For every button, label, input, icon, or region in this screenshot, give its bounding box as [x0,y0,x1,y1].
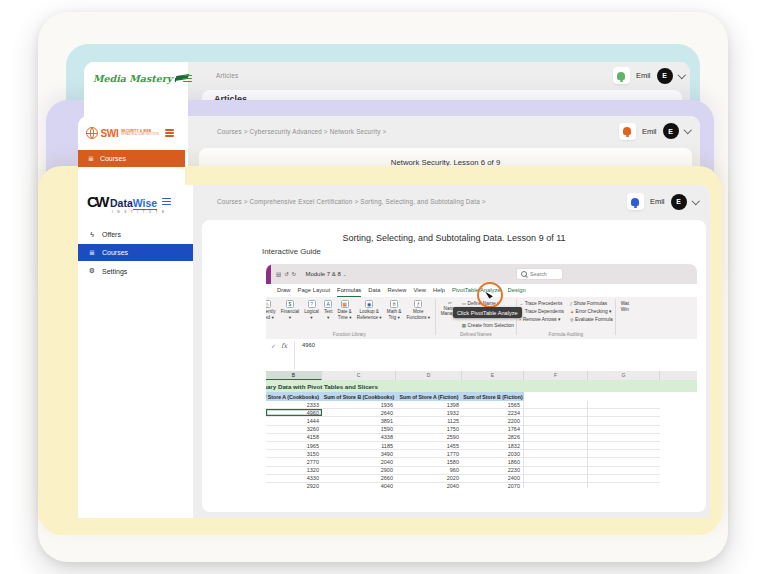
table-cell-empty[interactable] [524,401,588,409]
table-cell[interactable]: 1860 [462,458,524,466]
table-cell[interactable]: 1185 [322,442,396,450]
table-cell[interactable]: 1590 [322,426,396,434]
table-cell[interactable]: 1832 [462,442,524,450]
undo-icon[interactable]: ↺ [284,271,289,277]
table-cell[interactable]: 4158 [266,434,322,442]
table-cell[interactable]: 3490 [322,450,396,458]
table-cell[interactable]: 1580 [396,458,462,466]
table-cell[interactable]: 2640 [322,409,396,417]
table-cell[interactable]: 1398 [396,401,462,409]
ribbon-item-trace-precedents[interactable]: →Trace Precedents [519,301,564,306]
ribbon-item-show-formulas[interactable]: ƒShow Formulas [570,301,613,306]
tab-page-layout[interactable]: Page Layout [298,284,331,297]
menu-icon[interactable] [165,132,174,134]
table-cell[interactable]: 4330 [266,475,322,483]
excel-screenshot[interactable]: ▤ ↺ ↻ Module 7 & 8 ⌄ Search DrawPage [266,264,697,488]
table-cell[interactable]: 2590 [396,434,462,442]
column-header-d[interactable]: D [396,371,462,380]
table-cell-empty[interactable] [588,483,660,488]
ribbon-item-more-functions[interactable]: ƒMoreFunctions ▾ [404,300,433,320]
table-cell-empty[interactable] [524,417,588,425]
table-cell-empty[interactable] [524,458,588,466]
table-cell[interactable]: 2660 [322,475,396,483]
table-cell[interactable]: 2400 [462,475,524,483]
sidebar-item-offers[interactable]: ϟOffers [78,226,193,242]
tab-design[interactable]: Design [508,284,526,297]
table-cell[interactable]: 1770 [396,450,462,458]
breadcrumb[interactable]: Courses > Comprehensive Excel Certificat… [217,198,486,205]
table-cell-empty[interactable] [588,434,660,442]
table-cell-empty[interactable] [524,483,588,488]
table-cell[interactable]: 2040 [322,458,396,466]
table-cell[interactable]: 2826 [462,434,524,442]
ribbon-item-recently-used[interactable]: ◷RecentlyUsed ▾ [266,300,278,320]
table-cell[interactable]: 4338 [322,434,396,442]
column-header-g[interactable]: G [588,371,660,380]
tab-review[interactable]: Review [388,284,407,297]
table-cell-empty[interactable] [524,434,588,442]
column-header-b[interactable]: B [266,371,322,380]
table-cell[interactable]: 1936 [322,401,396,409]
table-cell[interactable]: 4960 [266,409,322,417]
ribbon-item-math-trig[interactable]: θMath &Trig ▾ [384,300,404,320]
column-header-e[interactable]: E [462,371,524,380]
menu-icon[interactable] [162,201,171,203]
table-cell-empty[interactable] [588,467,660,475]
notifications-button[interactable] [619,123,636,140]
table-cell-empty[interactable] [524,409,588,417]
table-cell[interactable]: 2234 [462,409,524,417]
table-cell[interactable]: 2020 [396,475,462,483]
table-cell-empty[interactable] [588,401,660,409]
table-cell[interactable]: 2230 [462,467,524,475]
table-cell[interactable]: 1565 [462,401,524,409]
ribbon-item-date-time[interactable]: ▦Date &Time ▾ [335,300,354,320]
table-cell-empty[interactable] [588,409,660,417]
table-cell[interactable]: 2070 [462,483,524,488]
table-cell[interactable]: 2333 [266,401,322,409]
table-cell-empty[interactable] [588,475,660,483]
column-header-f[interactable]: F [524,371,588,380]
ribbon-item-lookup-reference[interactable]: ◉Lookup &Reference ▾ [354,300,384,320]
sidebar-item-settings[interactable]: ⚙Settings [78,263,193,279]
notifications-button[interactable] [627,193,644,210]
column-header-c[interactable]: C [322,371,396,380]
table-cell[interactable]: 2900 [322,467,396,475]
table-cell[interactable]: 2920 [266,483,322,488]
chevron-down-icon[interactable] [677,71,685,79]
table-cell[interactable]: 1455 [396,442,462,450]
ribbon-item-create-from-selection[interactable]: ▦Create from Selection [462,323,514,328]
save-icon[interactable]: ▤ [276,271,281,277]
table-cell[interactable]: 2770 [266,458,322,466]
ribbon-item-remove-arrows[interactable]: ×Remove Arrows ▾ [519,317,564,322]
ribbon-item-financial[interactable]: $Financial▾ [278,300,302,320]
table-cell[interactable]: 1932 [396,409,462,417]
sidebar-item-courses[interactable]: ≣Courses [78,244,193,261]
table-cell[interactable]: 1750 [396,426,462,434]
table-cell-empty[interactable] [588,458,660,466]
table-cell[interactable]: 2040 [396,483,462,488]
tab-help[interactable]: Help [433,284,445,297]
table-cell[interactable]: 1125 [396,417,462,425]
tab-view[interactable]: View [414,284,426,297]
chevron-down-icon[interactable] [683,126,691,134]
table-cell[interactable]: 2030 [462,450,524,458]
table-cell[interactable]: 3150 [266,450,322,458]
breadcrumb[interactable]: Courses > Cybersecurity Advanced > Netwo… [217,128,386,135]
notifications-button[interactable] [613,67,630,84]
sidebar-item-courses[interactable]: ≣ Courses [78,150,185,167]
table-cell-empty[interactable] [524,467,588,475]
breadcrumb[interactable]: Articles [216,72,238,79]
table-cell-empty[interactable] [588,417,660,425]
redo-icon[interactable]: ↻ [292,271,297,277]
table-cell[interactable]: 1764 [462,426,524,434]
table-cell[interactable]: 1965 [266,442,322,450]
table-cell[interactable]: 1444 [266,417,322,425]
tab-formulas[interactable]: Formulas [337,284,361,297]
ribbon-item-logical[interactable]: ?Logical▾ [302,300,322,320]
ribbon-item-trace-dependents[interactable]: →Trace Dependents [519,309,564,314]
table-cell[interactable]: 1320 [266,467,322,475]
table-cell-empty[interactable] [524,450,588,458]
formula-bar[interactable]: ✓ fx 4960 [266,339,697,372]
table-cell-empty[interactable] [588,450,660,458]
excel-search-box[interactable]: Search [516,268,563,280]
